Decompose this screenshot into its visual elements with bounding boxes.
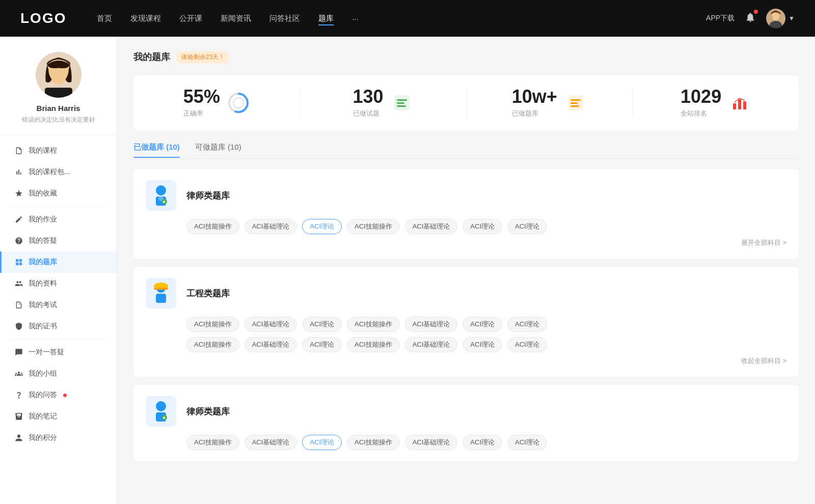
qb-card-lawyer2: 律师类题库 ACI技能操作 ACI基础理论 ACI理论 ACI技能操作 ACI基…	[133, 385, 799, 461]
sidebar-item-my-qa[interactable]: 我的问答	[0, 384, 117, 406]
bar-chart-icon	[14, 167, 23, 177]
qb-card-header: 律师类题库	[146, 180, 786, 211]
logo[interactable]: LOGO	[20, 10, 66, 26]
qb-tag[interactable]: ACI理论	[507, 337, 547, 352]
qb-tag[interactable]: ACI技能操作	[347, 337, 400, 352]
sidebar-item-qa[interactable]: 我的答疑	[0, 230, 117, 251]
svg-point-29	[156, 401, 166, 411]
chat-icon	[14, 348, 23, 357]
main-layout: Brian Harris 错误的决定比没有决定要好 我的课程 我的课程包...	[0, 37, 815, 504]
sidebar-item-my-courses[interactable]: 我的课程	[0, 140, 117, 161]
qb-tag[interactable]: ACI基础理论	[405, 435, 458, 450]
qb-tag[interactable]: ACI理论	[507, 219, 547, 234]
nav-qa[interactable]: 问答社区	[269, 12, 300, 25]
qb-tag[interactable]: ACI技能操作	[186, 219, 239, 234]
sidebar-item-certificate[interactable]: 我的证书	[0, 316, 117, 337]
qb-card-header-engineer: 工程类题库	[146, 278, 786, 309]
bell-button[interactable]	[745, 12, 756, 25]
stat-banks-number: 10w+	[512, 88, 557, 106]
svg-rect-17	[570, 105, 579, 107]
qb-tag[interactable]: ACI基础理论	[244, 219, 297, 234]
svg-point-21	[156, 185, 166, 195]
qb-tag[interactable]: ACI理论	[302, 317, 342, 332]
qb-tag[interactable]: ACI理论	[507, 317, 547, 332]
rank-icon	[728, 92, 751, 114]
qb-tag[interactable]: ACI技能操作	[186, 337, 239, 352]
lawyer-figure-icon	[149, 183, 173, 208]
sidebar-item-label: 我的收藏	[29, 189, 57, 198]
sidebar-item-notes[interactable]: 我的笔记	[0, 406, 117, 427]
stat-accuracy: 55% 正确率	[133, 88, 300, 118]
qb-card-lawyer: 律师类题库 ACI技能操作 ACI基础理论 ACI理论 ACI技能操作 ACI基…	[133, 169, 799, 259]
sidebar-item-label: 我的问答	[29, 390, 57, 400]
avatar-image	[766, 9, 785, 28]
sidebar-item-materials[interactable]: 我的资料	[0, 273, 117, 294]
app-download-link[interactable]: APP下载	[706, 14, 735, 23]
page-title: 我的题库	[133, 51, 170, 63]
sidebar-item-label: 我的笔记	[29, 412, 57, 421]
stat-done-questions: 130 已做试题	[300, 88, 467, 118]
star-icon	[14, 189, 23, 198]
qb-tag[interactable]: ACI理论	[302, 337, 342, 352]
sidebar-item-label: 我的证书	[29, 322, 57, 331]
svg-rect-19	[738, 99, 741, 109]
qb-tags-engineer-row1: ACI技能操作 ACI基础理论 ACI理论 ACI技能操作 ACI基础理论 AC…	[186, 317, 786, 332]
qb-title-engineer: 工程类题库	[186, 288, 230, 299]
sidebar-item-label: 我的作业	[29, 215, 57, 224]
qb-tag[interactable]: ACI理论	[463, 435, 502, 450]
stat-done-number: 130	[353, 88, 384, 106]
qb-tag[interactable]: ACI技能操作	[347, 435, 400, 450]
qb-tag[interactable]: ACI理论	[463, 219, 502, 234]
sidebar-item-label: 一对一答疑	[29, 348, 64, 357]
nav-open-course[interactable]: 公开课	[179, 12, 202, 25]
svg-rect-6	[45, 88, 72, 98]
svg-point-9	[233, 98, 243, 108]
bar-chart-icon	[730, 93, 749, 113]
profile-name: Brian Harris	[10, 104, 106, 113]
sidebar-item-group[interactable]: 我的小组	[0, 363, 117, 384]
qb-engineer-icon	[146, 278, 176, 309]
nav-discover[interactable]: 发现课程	[130, 12, 161, 25]
tab-available-banks[interactable]: 可做题库 (10)	[195, 143, 241, 157]
nav-questionbank[interactable]: 题库	[318, 12, 334, 25]
qb-tag[interactable]: ACI基础理论	[244, 317, 297, 332]
qb-tag[interactable]: ACI基础理论	[405, 317, 458, 332]
nav-news[interactable]: 新闻资讯	[221, 12, 251, 25]
sidebar-item-exam[interactable]: 我的考试	[0, 294, 117, 316]
qb-tag-active[interactable]: ACI理论	[302, 435, 342, 450]
stat-accuracy-label: 正确率	[183, 109, 220, 118]
qb-tag[interactable]: ACI理论	[463, 317, 502, 332]
qb-tag[interactable]: ACI基础理论	[244, 337, 297, 352]
qb-tag[interactable]: ACI技能操作	[347, 317, 400, 332]
sidebar-item-homework[interactable]: 我的作业	[0, 209, 117, 230]
nav-home[interactable]: 首页	[97, 12, 112, 25]
qb-expand-lawyer[interactable]: 展开全部科目 >	[146, 238, 786, 247]
file-icon	[14, 146, 23, 155]
qb-title-lawyer: 律师类题库	[186, 190, 230, 202]
user-avatar-button[interactable]: ▼	[766, 9, 795, 28]
qb-tag[interactable]: ACI理论	[463, 337, 502, 352]
qb-expand-engineer[interactable]: 收起全部科目 >	[146, 356, 786, 366]
stat-banks-label: 已做题库	[512, 109, 557, 118]
sidebar-item-course-package[interactable]: 我的课程包...	[0, 161, 117, 183]
qb-tag[interactable]: ACI技能操作	[186, 317, 239, 332]
sidebar-item-points[interactable]: 我的积分	[0, 427, 117, 449]
qb-tag[interactable]: ACI基础理论	[405, 219, 458, 234]
qb-tag[interactable]: ACI理论	[507, 435, 547, 450]
trial-badge: 体验剩余23天！	[176, 51, 230, 63]
pie-chart-icon	[227, 92, 250, 114]
qb-tag-active[interactable]: ACI理论	[302, 219, 342, 234]
qb-card-engineer: 工程类题库 ACI技能操作 ACI基础理论 ACI理论 ACI技能操作 ACI基…	[133, 267, 799, 377]
stat-rank: 1029 全站排名	[633, 88, 799, 118]
qb-tag[interactable]: ACI基础理论	[405, 337, 458, 352]
sidebar-item-questionbank[interactable]: 我的题库	[0, 251, 117, 273]
nav-more[interactable]: ···	[352, 12, 359, 25]
sidebar-item-favorites[interactable]: 我的收藏	[0, 183, 117, 204]
stat-done-label: 已做试题	[353, 109, 384, 118]
qb-tag[interactable]: ACI技能操作	[347, 219, 400, 234]
qb-tag[interactable]: ACI技能操作	[186, 435, 239, 450]
tab-done-banks[interactable]: 已做题库 (10)	[133, 143, 180, 157]
sidebar-item-1on1[interactable]: 一对一答疑	[0, 342, 117, 363]
qb-tag[interactable]: ACI基础理论	[244, 435, 297, 450]
sidebar-item-label: 我的课程包...	[29, 167, 70, 177]
